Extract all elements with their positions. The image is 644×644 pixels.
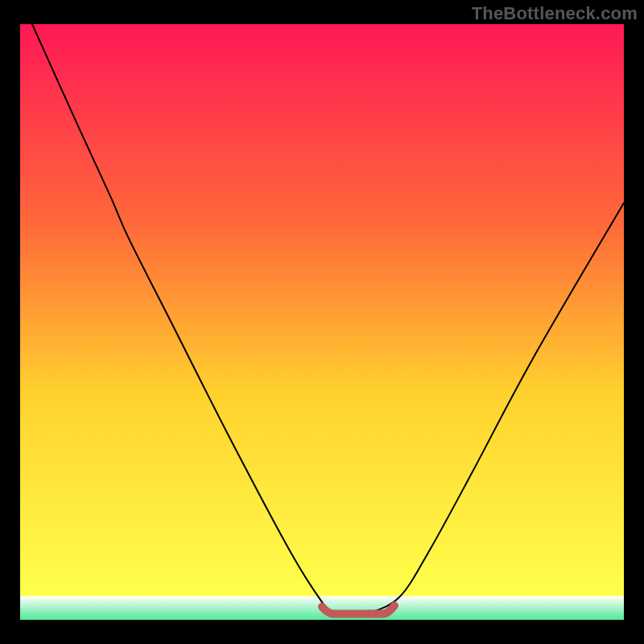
bottleneck-chart bbox=[0, 0, 644, 644]
watermark-text: TheBottleneck.com bbox=[472, 3, 638, 24]
chart-stage: TheBottleneck.com bbox=[0, 0, 644, 644]
chart-gradient-background bbox=[20, 24, 624, 620]
